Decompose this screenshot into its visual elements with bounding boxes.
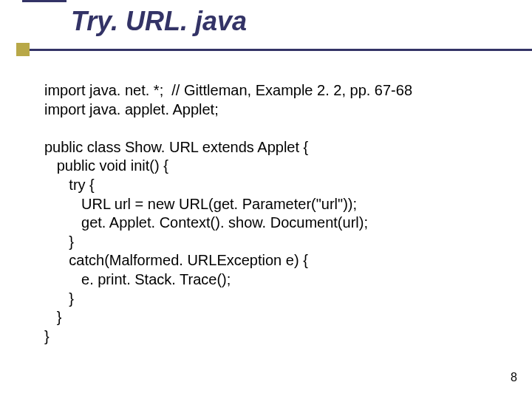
page-number: 8 [511,371,517,384]
slide: Try. URL. java import java. net. *; // G… [0,0,532,399]
decoration-square [16,43,30,56]
decoration-rule-top [22,0,66,2]
code-block: import java. net. *; // Gittleman, Examp… [44,81,502,346]
decoration-rule-bottom [22,49,532,51]
slide-title: Try. URL. java [71,6,247,37]
